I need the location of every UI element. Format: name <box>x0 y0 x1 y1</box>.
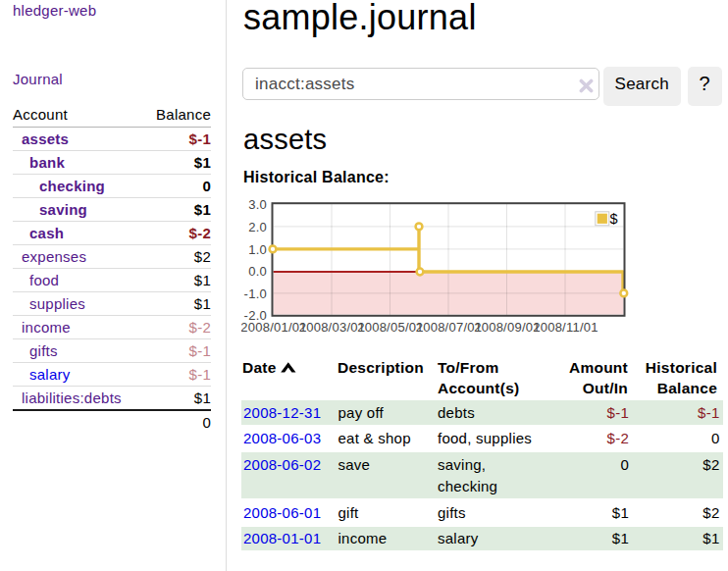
svg-text:2.0: 2.0 <box>248 220 267 234</box>
svg-text:3.0: 3.0 <box>248 197 267 212</box>
svg-text:2008/01/01: 2008/01/01 <box>241 320 307 335</box>
svg-text:$: $ <box>610 211 618 227</box>
svg-text:2008/05/01: 2008/05/01 <box>357 320 424 335</box>
svg-text:2008/07/01: 2008/07/01 <box>416 320 483 335</box>
svg-text:2008/11/01: 2008/11/01 <box>533 320 598 335</box>
svg-text:2008/03/01: 2008/03/01 <box>299 320 366 335</box>
svg-text:-1.0: -1.0 <box>244 286 267 301</box>
svg-text:2008/09/01: 2008/09/01 <box>474 320 541 335</box>
svg-text:0.0: 0.0 <box>248 264 267 279</box>
svg-text:1.0: 1.0 <box>248 242 267 257</box>
